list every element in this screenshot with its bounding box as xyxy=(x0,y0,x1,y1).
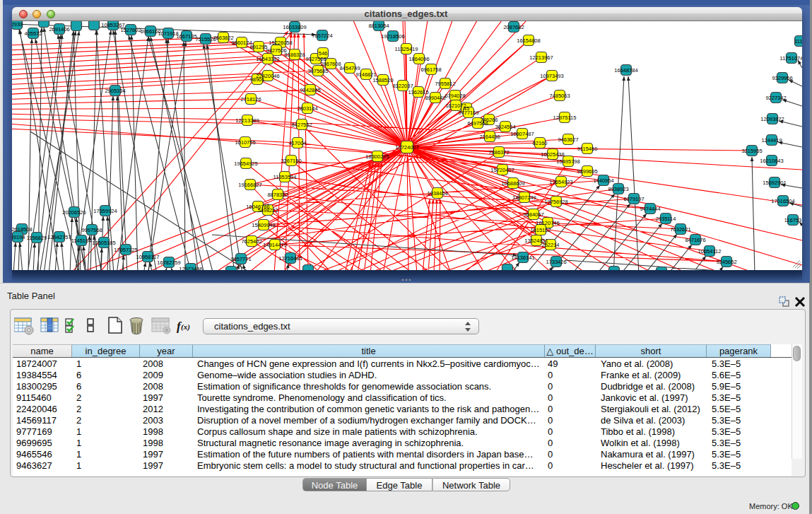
svg-text:1156829: 1156829 xyxy=(27,235,47,241)
svg-text:12505185: 12505185 xyxy=(92,240,115,246)
svg-text:3267150: 3267150 xyxy=(281,158,301,164)
svg-text:14914479: 14914479 xyxy=(263,242,286,248)
svg-text:12093872: 12093872 xyxy=(760,116,784,122)
svg-text:2935114: 2935114 xyxy=(656,216,676,222)
svg-text:10807487: 10807487 xyxy=(510,131,534,137)
svg-text:8878332: 8878332 xyxy=(267,192,288,198)
svg-text:18807249: 18807249 xyxy=(512,194,536,201)
svg-text:546: 546 xyxy=(319,50,328,57)
svg-text:8660124: 8660124 xyxy=(231,40,252,46)
svg-text:19756928: 19756928 xyxy=(544,199,567,205)
svg-text:14136141: 14136141 xyxy=(511,255,534,261)
svg-text:2867608: 2867608 xyxy=(320,61,341,67)
svg-text:39194: 39194 xyxy=(12,234,25,240)
svg-text:1588520: 1588520 xyxy=(372,77,393,83)
svg-text:13654923: 13654923 xyxy=(549,179,572,185)
svg-text:16543382: 16543382 xyxy=(256,56,279,62)
svg-text:6794028: 6794028 xyxy=(445,93,465,99)
svg-text:1667135: 1667135 xyxy=(176,33,196,40)
svg-text:19654925: 19654925 xyxy=(234,160,257,167)
svg-text:12213967: 12213967 xyxy=(529,54,553,61)
svg-text:8990448: 8990448 xyxy=(425,95,445,101)
svg-text:8186328: 8186328 xyxy=(284,52,305,58)
svg-text:15692901: 15692901 xyxy=(763,180,786,186)
svg-text:20206526: 20206526 xyxy=(62,209,86,216)
svg-text:10958117: 10958117 xyxy=(136,254,160,260)
svg-text:6879197: 6879197 xyxy=(623,196,644,202)
svg-text:2718126: 2718126 xyxy=(240,96,261,103)
svg-text:9084067: 9084067 xyxy=(523,211,543,218)
svg-text:252214: 252214 xyxy=(541,242,559,248)
svg-text:417004: 417004 xyxy=(288,140,306,146)
svg-text:9327506: 9327506 xyxy=(266,47,286,54)
svg-text:62160: 62160 xyxy=(533,140,548,146)
svg-text:1864096: 1864096 xyxy=(408,56,429,62)
svg-text:1112: 1112 xyxy=(794,38,802,45)
svg-text:1071918: 1071918 xyxy=(158,30,178,37)
svg-text:9245652: 9245652 xyxy=(716,259,736,265)
svg-text:8427552: 8427552 xyxy=(291,122,312,128)
svg-text:(x): (x) xyxy=(181,322,190,332)
svg-text:7955812: 7955812 xyxy=(435,81,455,87)
svg-text:12213389: 12213389 xyxy=(235,117,259,124)
svg-text:3875685: 3875685 xyxy=(307,68,328,74)
svg-text:9777169: 9777169 xyxy=(458,110,478,116)
svg-text:16154808: 16154808 xyxy=(517,37,540,44)
svg-text:12975115: 12975115 xyxy=(553,115,577,121)
svg-text:9227342: 9227342 xyxy=(765,95,786,101)
svg-text:7625402: 7625402 xyxy=(241,238,261,245)
svg-text:15495798: 15495798 xyxy=(556,158,579,165)
svg-text:19218506: 19218506 xyxy=(381,33,404,40)
svg-text:17016504: 17016504 xyxy=(771,198,794,204)
svg-text:9997568: 9997568 xyxy=(81,227,102,233)
svg-text:10025438: 10025438 xyxy=(541,151,564,158)
svg-text:8813054: 8813054 xyxy=(368,23,389,29)
svg-text:9115460: 9115460 xyxy=(577,146,598,152)
svg-text:7632621: 7632621 xyxy=(670,226,690,233)
svg-text:5498222: 5498222 xyxy=(257,207,278,214)
svg-text:405572: 405572 xyxy=(24,30,42,37)
svg-text:15409948: 15409948 xyxy=(252,222,275,228)
svg-text:12942757: 12942757 xyxy=(47,234,71,240)
svg-text:10654112: 10654112 xyxy=(698,248,722,255)
svg-text:17359924: 17359924 xyxy=(93,208,117,214)
svg-text:1010755: 1010755 xyxy=(235,139,255,146)
svg-text:11353594: 11353594 xyxy=(273,174,297,180)
svg-text:116753: 116753 xyxy=(784,217,801,223)
svg-text:1440954: 1440954 xyxy=(593,177,613,184)
svg-text:8471676: 8471676 xyxy=(685,237,705,243)
svg-text:16648784: 16648784 xyxy=(614,67,637,74)
svg-text:19166827: 19166827 xyxy=(238,182,261,188)
svg-text:6961758: 6961758 xyxy=(420,66,441,73)
svg-text:2905334: 2905334 xyxy=(105,88,125,94)
svg-text:18300295: 18300295 xyxy=(365,153,389,160)
svg-text:16210643: 16210643 xyxy=(760,158,783,164)
svg-text:13716485: 13716485 xyxy=(278,255,302,262)
svg-text:2691406: 2691406 xyxy=(49,26,69,33)
svg-text:11325419: 11325419 xyxy=(395,46,418,52)
svg-text:8454749: 8454749 xyxy=(339,65,360,71)
svg-text:2803144: 2803144 xyxy=(297,105,317,112)
svg-text:8938923: 8938923 xyxy=(608,186,628,192)
svg-text:1733426: 1733426 xyxy=(546,259,566,265)
svg-text:7886372: 7886372 xyxy=(488,149,509,156)
svg-text:6497568: 6497568 xyxy=(467,120,488,127)
svg-text:2087682: 2087682 xyxy=(503,24,524,30)
svg-text:8322037: 8322037 xyxy=(392,83,413,89)
svg-text:3215955: 3215955 xyxy=(741,148,762,154)
svg-text:1615152: 1615152 xyxy=(530,227,551,233)
svg-text:9242845: 9242845 xyxy=(300,87,320,93)
svg-text:3624554: 3624554 xyxy=(495,124,515,130)
svg-text:891295: 891295 xyxy=(249,44,267,50)
svg-text:22420046: 22420046 xyxy=(256,73,279,79)
svg-text:10973493: 10973493 xyxy=(540,73,563,79)
svg-text:1145194: 1145194 xyxy=(71,238,92,244)
svg-text:9463627: 9463627 xyxy=(558,136,578,143)
svg-text:16120746: 16120746 xyxy=(536,220,559,226)
svg-text:18724007: 18724007 xyxy=(395,144,418,151)
svg-text:9329966: 9329966 xyxy=(772,75,792,81)
svg-text:16782759: 16782759 xyxy=(157,259,180,266)
svg-text:2618508: 2618508 xyxy=(12,226,33,233)
svg-text:11751074: 11751074 xyxy=(780,55,802,62)
svg-text:16033809: 16033809 xyxy=(283,24,306,30)
